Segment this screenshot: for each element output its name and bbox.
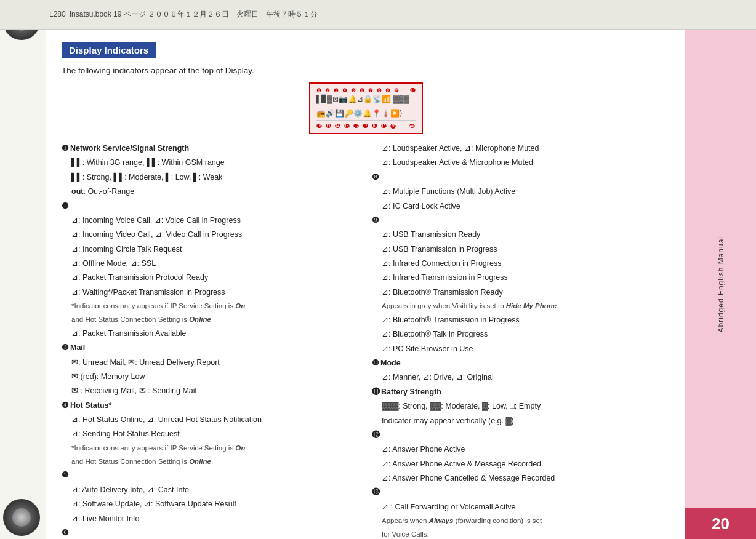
left-column: ❶Network Service/Signal Strength ▌▌: Wit… [62,143,360,539]
item-13-heading: ⓭ [372,487,670,498]
grid-num-9: ❾ [385,87,390,94]
grid-num-8: ❽ [377,87,382,94]
item-13-note: Appears when Always (forwarding conditio… [372,516,670,527]
item-10-detail-1: ⊿: Manner, ⊿: Drive, ⊿: Original [372,372,670,383]
grid-row-numbers2: ⓬ ⓭ ⓮ ⓯ ⓰ ⓱ ⓲ ⓳ ⓴ ㉑ [316,123,416,129]
item-9-detail-7: ⊿: Bluetooth® Talk in Progress [372,329,670,340]
item-2-note2: and Hot Status Connection Setting is Onl… [62,314,360,325]
item-1-detail-1: ▌▌: Within 3G range, ▌▌: Within GSM rang… [62,157,360,169]
grid-num-13: ⓭ [326,123,331,129]
corner-ornament-bl [3,499,40,536]
item-3-heading: ❸Mail [62,342,360,354]
grid-num-3: ❸ [334,87,339,94]
item-9-heading: ❾ [372,215,670,226]
item-9-detail-4: ⊿: Infrared Transmission in Progress [372,272,670,284]
item-1-detail-3: out: Out-of-Range [62,186,360,198]
item-1-heading: ❶Network Service/Signal Strength [62,143,360,154]
grid-num-15: ⓯ [344,123,350,129]
item-5-detail-2: ⊿: Software Update, ⊿: Software Update R… [62,498,360,510]
item-9-detail-8: ⊿: PC Site Browser in Use [372,343,670,355]
item-8-detail-1: ⊿: Multiple Functions (Multi Job) Active [372,186,670,198]
intro-text: The following indicators appear at the t… [62,66,670,75]
header-text: L280_insatsu.book 19 ページ ２００６年１２月２６日 火曜日… [49,9,318,20]
grid-separator [316,106,416,106]
grid-num-5: ❺ [351,87,356,94]
item-12-heading: ⓬ [372,429,670,441]
item-4-note: *Indicator constantly appears if IP Serv… [62,443,360,454]
rc-detail-2: ⊿: Loudspeaker Active & Microphone Muted [372,157,670,169]
item-5-heading: ❺ [62,469,360,481]
item-11-heading: ⓫Battery Strength [372,386,670,398]
grid-num-21: ㉑ [409,123,415,129]
grid-num-17: ⓱ [363,123,368,129]
item-2-detail-packet-ready: ⊿: Packet Transmission Protocol Ready [62,272,360,284]
item-9-note: Appears in grey when Visibility is set t… [372,301,670,312]
display-grid-container: ❶ ❷ ❸ ❹ ❺ ❻ ❼ ❽ ❾ ❿ ⓫ ▌▊▓⊠📷🔔⊿🔒📡📶 ▓▓▓ [62,82,670,134]
grid-num-16: ⓰ [353,123,359,129]
item-13-detail-1: ⊿ : Call Forwarding or Voicemail Active [372,501,670,513]
grid-row-numbers: ❶ ❷ ❸ ❹ ❺ ❻ ❼ ❽ ❾ ❿ ⓫ [316,87,416,94]
item-12-detail-answer-active: ⊿: Answer Phone Active [372,444,670,455]
item-3-detail-1: ✉: Unread Mail, ✉: Unread Delivery Repor… [62,357,360,369]
grid-num-20: ⓴ [390,123,396,129]
grid-num-14: ⓮ [335,123,340,129]
item-9-detail-2: ⊿: USB Transmission in Progress [372,244,670,255]
item-2-detail-5: ⊿: Waiting*/Packet Transmission in Progr… [62,287,360,298]
grid-num-10: ❿ [394,87,399,94]
rc-detail-1: ⊿: Loudspeaker Active, ⊿: Microphone Mut… [372,143,670,154]
item-4-detail-1: ⊿: Hot Status Online, ⊿: Unread Hot Stat… [62,414,360,426]
item-8-detail-2: ⊿: IC Card Lock Active [372,201,670,212]
item-3-detail-2: ✉ (red): Memory Low [62,371,360,383]
chapter-number: 20 [712,514,730,533]
item-2-heading: ❷ [62,201,360,212]
display-grid: ❶ ❷ ❸ ❹ ❺ ❻ ❼ ❽ ❾ ❿ ⓫ ▌▊▓⊠📷🔔⊿🔒📡📶 ▓▓▓ [309,82,423,134]
right-column: ⊿: Loudspeaker Active, ⊿: Microphone Mut… [372,143,670,539]
item-4-heading: ❹Hot Status* [62,400,360,412]
item-12-detail-1: ⊿: Answer Phone Active & Message Recorde… [372,458,670,470]
item-4-detail-2: ⊿: Sending Hot Status Request [62,428,360,440]
item-11-detail-1: ▓▓▓: Strong, ▓▓: Moderate, ▓: Low, □: Em… [372,401,670,412]
item-2-detail-2: ⊿: Incoming Video Call, ⊿: Video Call in… [62,229,360,241]
grid-num-19: ⓳ [381,123,387,129]
item-12-detail-2: ⊿: Answer Phone Cancelled & Message Reco… [372,473,670,484]
grid-separator2 [316,120,416,121]
item-1-detail-2: ▌▌: Strong, ▌▌: Moderate, ▌: Low, ▌: Wea… [62,172,360,183]
grid-row-icons1: ▌▊▓⊠📷🔔⊿🔒📡📶 ▓▓▓ [316,95,416,103]
item-2-note: *Indicator constantly appears if IP Serv… [62,301,360,312]
item-9-detail-1: ⊿: USB Transmission Ready [372,229,670,241]
item-5-detail-3: ⊿: Live Monitor Info [62,513,360,525]
item-2-detail-6: ⊿: Packet Transmission Available [62,328,360,340]
grid-num-12: ⓬ [316,123,322,129]
item-4-note2: and Hot Status Connection Setting is Onl… [62,457,360,468]
item-13-note2: for Voice Calls. [372,529,670,539]
grid-num-7: ❼ [368,87,373,94]
item-9-detail-6: ⊿: Bluetooth® Transmission in Progress [372,314,670,326]
grid-icon-row1: ▌▊▓⊠📷🔔⊿🔒📡📶 ▓▓▓ [316,95,409,103]
item-2-detail-1: ⊿: Incoming Voice Call, ⊿: Voice Call in… [62,215,360,226]
grid-num-2: ❷ [325,87,330,94]
grid-row-icons2: 📻🔊💾🔑⚙️🔔📍🌡️▶️⟩ [316,109,416,118]
grid-num-18: ⓲ [372,123,377,129]
header-bar: L280_insatsu.book 19 ページ ２００６年１２月２６日 火曜日… [0,0,756,30]
item-2-detail-3: ⊿: Incoming Circle Talk Request [62,244,360,255]
grid-icon-row2: 📻🔊💾🔑⚙️🔔📍🌡️▶️⟩ [316,109,403,118]
grid-num-1: ❶ [316,87,321,94]
display-grid-inner: ❶ ❷ ❸ ❹ ❺ ❻ ❼ ❽ ❾ ❿ ⓫ ▌▊▓⊠📷🔔⊿🔒📡📶 ▓▓▓ [316,87,416,129]
main-content: Display Indicators The following indicat… [46,30,685,539]
item-10-heading: ❿Mode [372,357,670,369]
sidebar-label: Abridged English Manual [717,236,725,332]
item-2-detail-4: ⊿: Offline Mode, ⊿: SSL [62,258,360,270]
right-sidebar: Abridged English Manual [685,30,756,539]
item-9-detail-5: ⊿: Bluetooth® Transmission Ready [372,287,670,298]
item-9-detail-3: ⊿: Infrared Connection in Progress [372,258,670,270]
item-11-detail-2: Indicator may appear vertically (e.g. ▓)… [372,415,670,427]
item-3-detail-3: ✉ : Receiving Mail, ✉ : Sending Mail [62,385,360,397]
grid-num-11: ⓫ [410,87,416,94]
chapter-box: 20 [685,508,756,539]
item-8-heading: ❽ [372,172,670,183]
item-5-detail-1: ⊿: Auto Delivery Info, ⊿: Cast Info [62,484,360,496]
section-title: Display Indicators [62,42,156,58]
grid-num-4: ❹ [342,87,347,94]
grid-num-6: ❻ [360,87,364,94]
item-6-heading: ❻ [62,527,360,539]
